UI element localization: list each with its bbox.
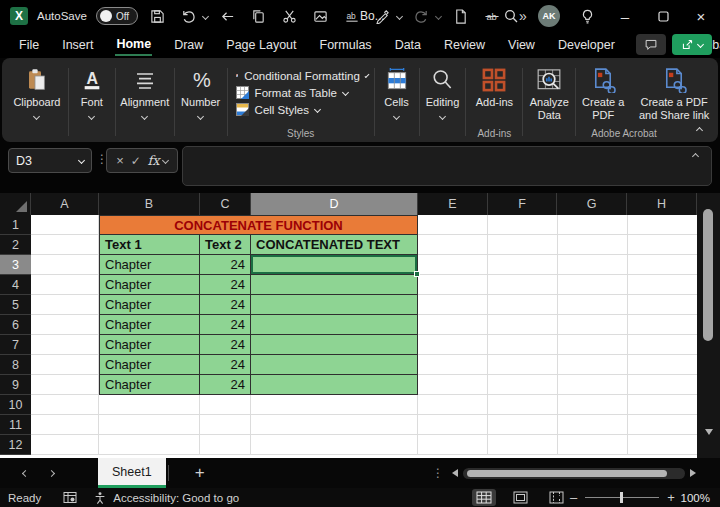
alignment-button[interactable]: Alignment: [120, 62, 169, 119]
font-button[interactable]: A Font: [81, 62, 103, 119]
row-header-7[interactable]: 7: [0, 335, 31, 355]
cell-D2[interactable]: CONCATENATED TEXT: [251, 235, 418, 255]
horizontal-scroll-thumb[interactable]: [467, 470, 667, 477]
page-break-preview-button[interactable]: [544, 489, 568, 506]
cell-B3[interactable]: Chapter: [99, 255, 200, 275]
tab-home[interactable]: Home: [115, 34, 152, 56]
column-header-E[interactable]: E: [418, 193, 488, 215]
cell-B5[interactable]: Chapter: [99, 295, 200, 315]
row-header-2[interactable]: 2: [0, 235, 31, 255]
row-header-8[interactable]: 8: [0, 355, 31, 375]
column-header-F[interactable]: F: [488, 193, 557, 215]
back-button[interactable]: [217, 5, 239, 27]
scroll-right-icon[interactable]: [690, 469, 696, 477]
zoom-slider[interactable]: [585, 497, 659, 498]
cell-styles-button[interactable]: Cell Styles: [236, 103, 368, 116]
cell-D9[interactable]: [251, 375, 418, 395]
new-document-button[interactable]: [450, 5, 472, 27]
cell-B11[interactable]: [99, 415, 200, 435]
tab-data[interactable]: Data: [394, 35, 422, 55]
cell-D12[interactable]: [251, 435, 418, 455]
cell-A2[interactable]: [31, 235, 99, 255]
cell-A4[interactable]: [31, 275, 99, 295]
horizontal-scroll-track[interactable]: [463, 468, 685, 479]
normal-view-button[interactable]: [472, 489, 496, 506]
create-pdf-button[interactable]: Create a PDF: [576, 62, 630, 121]
cell-C2[interactable]: Text 2: [200, 235, 251, 255]
account-button[interactable]: AK: [530, 0, 568, 32]
cells-E11-H11[interactable]: [418, 415, 697, 435]
addins-button[interactable]: Add-ins: [476, 62, 513, 109]
analyze-data-button[interactable]: Analyze Data: [523, 62, 575, 121]
cell-D4[interactable]: [251, 275, 418, 295]
cell-A11[interactable]: [31, 415, 99, 435]
autosave-toggle[interactable]: Off: [96, 7, 138, 25]
cell-A8[interactable]: [31, 355, 99, 375]
insert-function-button[interactable]: fx: [147, 153, 167, 168]
number-button[interactable]: % Number: [181, 62, 220, 119]
row-header-5[interactable]: 5: [0, 295, 31, 315]
column-header-H[interactable]: H: [627, 193, 697, 215]
tab-draw[interactable]: Draw: [173, 35, 204, 55]
cell-D7[interactable]: [251, 335, 418, 355]
cells-E12-H12[interactable]: [418, 435, 697, 455]
formula-input[interactable]: [182, 146, 712, 186]
cancel-entry-button[interactable]: ×: [116, 153, 124, 168]
conditional-formatting-button[interactable]: Conditional Formatting: [236, 69, 368, 82]
cell-A7[interactable]: [31, 335, 99, 355]
cell-A10[interactable]: [31, 395, 99, 415]
paste-button[interactable]: [310, 5, 332, 27]
copy-button[interactable]: [248, 5, 270, 27]
undo-button[interactable]: [178, 5, 200, 27]
page-layout-view-button[interactable]: [508, 489, 532, 506]
macro-record-button[interactable]: [63, 491, 77, 504]
vertical-scroll-thumb[interactable]: [703, 209, 713, 341]
tips-button[interactable]: [568, 0, 606, 32]
cells-E2-H2[interactable]: [418, 235, 697, 255]
select-all-button[interactable]: [0, 193, 31, 215]
tab-review[interactable]: Review: [443, 35, 486, 55]
cell-B6[interactable]: Chapter: [99, 315, 200, 335]
sheet-tab-sheet1[interactable]: Sheet1: [98, 458, 166, 488]
accessibility-checker-button[interactable]: [93, 491, 107, 505]
zoom-in-button[interactable]: +: [667, 490, 675, 505]
cell-C6[interactable]: 24: [200, 315, 251, 335]
cells-E9-H9[interactable]: [418, 375, 697, 395]
tab-developer[interactable]: Developer: [557, 35, 616, 55]
cell-B10[interactable]: [99, 395, 200, 415]
cell-A9[interactable]: [31, 375, 99, 395]
zoom-out-button[interactable]: –: [570, 490, 577, 505]
vertical-scrollbar[interactable]: [697, 193, 720, 458]
cell-C9[interactable]: 24: [200, 375, 251, 395]
cells-E3-H3[interactable]: [418, 255, 697, 275]
horizontal-scrollbar[interactable]: [452, 466, 708, 480]
cut-button[interactable]: [279, 5, 301, 27]
tab-formulas[interactable]: Formulas: [319, 35, 373, 55]
search-button[interactable]: [492, 0, 530, 32]
column-header-C[interactable]: C: [200, 193, 251, 215]
cell-B12[interactable]: [99, 435, 200, 455]
new-sheet-button[interactable]: +: [195, 463, 205, 483]
column-header-A[interactable]: A: [31, 193, 99, 215]
cell-C3[interactable]: 24: [200, 255, 251, 275]
cell-D5[interactable]: [251, 295, 418, 315]
cell-D6[interactable]: [251, 315, 418, 335]
cell-A12[interactable]: [31, 435, 99, 455]
cell-C4[interactable]: 24: [200, 275, 251, 295]
row-header-3[interactable]: 3: [0, 255, 31, 275]
column-header-B[interactable]: B: [99, 193, 200, 215]
cells-E7-H7[interactable]: [418, 335, 697, 355]
fill-handle[interactable]: [414, 271, 420, 277]
scroll-down-icon[interactable]: [705, 429, 713, 452]
clipboard-button[interactable]: Clipboard: [13, 62, 60, 119]
share-button[interactable]: [672, 34, 712, 55]
row-header-10[interactable]: 10: [0, 395, 31, 415]
cells-E6-H6[interactable]: [418, 315, 697, 335]
cells-E4-H4[interactable]: [418, 275, 697, 295]
cell-D8[interactable]: [251, 355, 418, 375]
cells-E8-H8[interactable]: [418, 355, 697, 375]
row-header-4[interactable]: 4: [0, 275, 31, 295]
tab-insert[interactable]: Insert: [61, 35, 94, 55]
editing-button[interactable]: Editing: [426, 62, 460, 119]
next-sheet-button[interactable]: [38, 471, 64, 476]
